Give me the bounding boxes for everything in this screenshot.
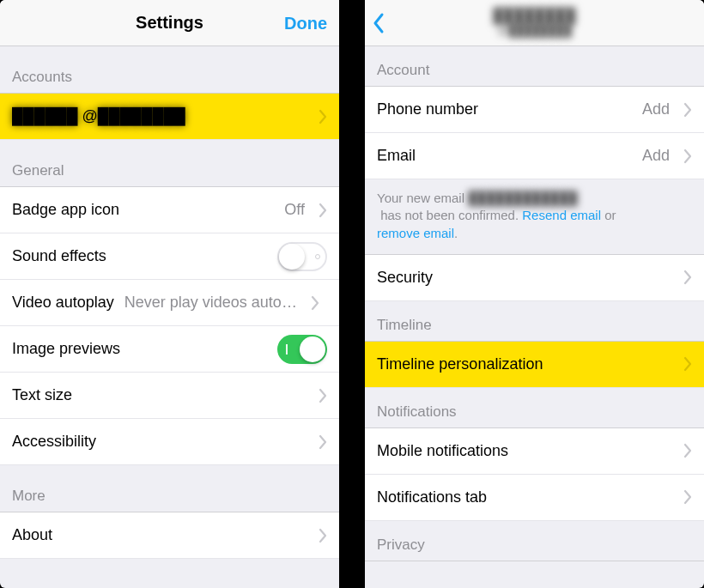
row-value: Off: [284, 201, 312, 219]
chevron-right-icon: [677, 443, 692, 458]
section-header-more: More: [0, 465, 339, 512]
row-label: Sound effects: [12, 247, 106, 265]
chevron-right-icon: [312, 528, 327, 543]
row-value: Add: [642, 147, 677, 165]
chevron-left-icon: [372, 12, 385, 34]
chevron-right-icon: [677, 356, 692, 372]
nav-display-name: ████████: [493, 8, 575, 25]
note-text: has not been confirmed.: [377, 207, 522, 224]
chevron-right-icon: [677, 149, 692, 164]
section-header-timeline: Timeline: [365, 301, 704, 342]
accessibility-row[interactable]: Accessibility: [0, 419, 339, 465]
note-text: or: [601, 207, 620, 224]
section-header-account: Account: [365, 46, 704, 87]
row-label: About: [12, 526, 52, 544]
navbar-settings: Settings Done: [0, 0, 339, 46]
security-row[interactable]: Security: [365, 255, 704, 301]
badge-app-icon-row[interactable]: Badge app icon Off: [0, 187, 339, 233]
row-label: Accessibility: [12, 433, 96, 451]
section-header-notifications: Notifications: [365, 388, 704, 428]
video-autoplay-row[interactable]: Video autoplay Never play videos auto…: [0, 280, 339, 326]
row-label: Image previews: [12, 340, 120, 358]
navbar-account: ████████ @████████: [365, 0, 704, 46]
chevron-right-icon: [677, 489, 692, 505]
done-button[interactable]: Done: [284, 0, 327, 46]
account-scroll[interactable]: Account Phone number Add Email Add Your …: [365, 46, 704, 588]
back-button[interactable]: [372, 0, 385, 46]
row-value: Add: [642, 100, 677, 118]
row-label: Timeline personalization: [377, 355, 543, 373]
image-previews-toggle[interactable]: [277, 335, 327, 364]
mobile-notifications-row[interactable]: Mobile notifications: [365, 428, 704, 475]
about-row[interactable]: About: [0, 512, 339, 559]
settings-pane: Settings Done Accounts ██████ @████████ …: [0, 0, 339, 588]
chevron-right-icon: [312, 109, 327, 124]
row-label: Badge app icon: [12, 201, 119, 219]
text-size-row[interactable]: Text size: [0, 373, 339, 419]
chevron-right-icon: [677, 270, 692, 285]
timeline-personalization-row[interactable]: Timeline personalization: [365, 342, 704, 388]
row-value: Never play videos auto…: [124, 294, 304, 312]
account-row[interactable]: ██████ @████████: [0, 94, 339, 140]
nav-handle: @████████: [497, 25, 572, 38]
note-redacted: ████████████: [468, 190, 578, 207]
row-label: Notifications tab: [377, 488, 487, 506]
sound-effects-row: Sound effects: [0, 233, 339, 280]
account-username: ██████ @████████: [12, 107, 185, 125]
section-header-accounts: Accounts: [0, 46, 339, 94]
row-label: Security: [377, 269, 433, 287]
remove-email-link[interactable]: remove email: [377, 225, 454, 242]
chevron-right-icon: [304, 295, 319, 311]
note-text: .: [454, 225, 458, 242]
chevron-right-icon: [312, 388, 327, 403]
section-header-general: General: [0, 140, 339, 187]
nav-title: Settings: [136, 13, 203, 33]
row-label: Mobile notifications: [377, 442, 508, 460]
nav-account-title: ████████ @████████: [493, 8, 575, 37]
chevron-right-icon: [312, 203, 327, 218]
email-row[interactable]: Email Add: [365, 133, 704, 179]
image-previews-row: Image previews: [0, 326, 339, 373]
sound-effects-toggle[interactable]: [277, 242, 327, 271]
section-header-privacy: Privacy: [365, 521, 704, 561]
row-label: Text size: [12, 386, 72, 404]
note-text: Your new email: [377, 190, 468, 207]
notifications-tab-row[interactable]: Notifications tab: [365, 475, 704, 521]
account-pane: ████████ @████████ Account Phone number …: [365, 0, 704, 588]
row-label: Email: [377, 147, 416, 165]
row-label: Video autoplay: [12, 294, 114, 312]
row-label: Phone number: [377, 100, 478, 118]
chevron-right-icon: [312, 434, 327, 450]
resend-email-link[interactable]: Resend email: [522, 207, 601, 224]
chevron-right-icon: [677, 102, 692, 118]
phone-number-row[interactable]: Phone number Add: [365, 87, 704, 133]
email-confirm-note: Your new email ████████████ has not been…: [365, 179, 704, 255]
settings-scroll[interactable]: Accounts ██████ @████████ General Badge …: [0, 46, 339, 588]
